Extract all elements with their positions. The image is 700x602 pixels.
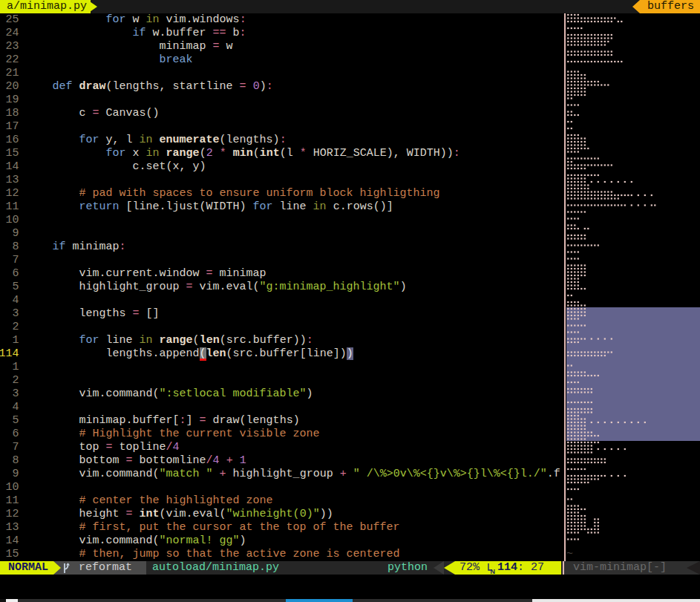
svg-text:N: N bbox=[491, 568, 496, 575]
